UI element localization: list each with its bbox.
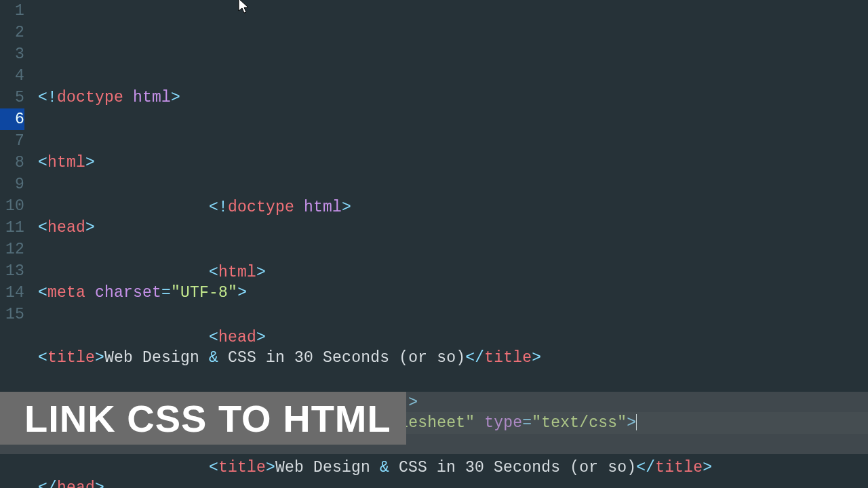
mouse-cursor-icon [237, 0, 251, 15]
code-line: <!doctype html> [38, 87, 868, 108]
banner-text: LINK CSS TO HTML [0, 392, 406, 445]
title-banner: LINK CSS TO HTML [0, 392, 868, 445]
